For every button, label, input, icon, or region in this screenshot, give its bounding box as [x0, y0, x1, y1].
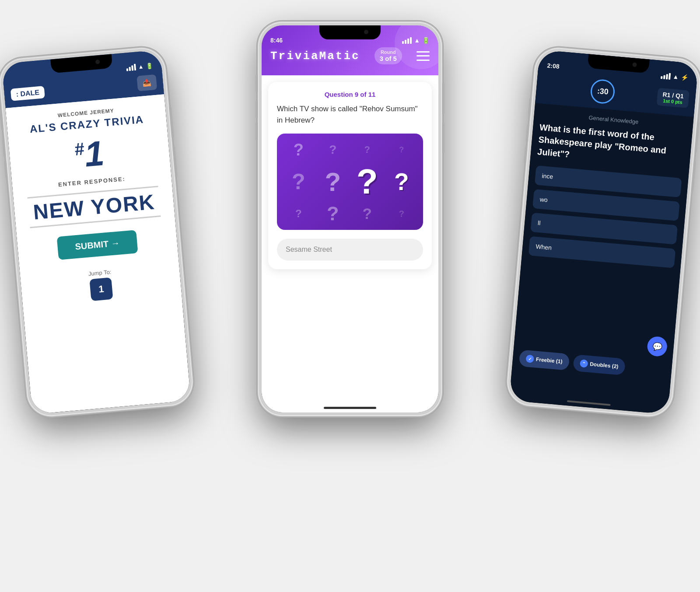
freebie-button[interactable]: ✓ Freebie (1) [519, 349, 570, 370]
freebie-check-icon: ✓ [525, 355, 534, 363]
signal-icon [126, 64, 136, 71]
answer-display: NEW YORK [28, 186, 161, 228]
right-status-icons: ▲ ⚡ [661, 72, 689, 81]
left-body: WELCOME JEREMY AL'S CRAZY TRIVIA #1 ENTE… [6, 94, 182, 316]
chat-button[interactable]: 💬 [647, 336, 668, 357]
header-tag: : DALE [10, 86, 45, 101]
center-signal-icon [402, 37, 412, 44]
question-number: Question 9 of 11 [277, 91, 423, 98]
left-phone: ▲ 🔋 : DALE 📤 WELCOME JEREMY AL'S CRAZY T… [0, 46, 195, 418]
timer-circle: :30 [590, 78, 616, 105]
round-info: R1 / Q1 1st 0 pts [656, 88, 689, 108]
center-screen: 8:46 ▲ 🔋 TriviaMatic Round 3 [262, 25, 438, 412]
wifi-icon: ▲ [138, 63, 144, 70]
right-spacer [543, 86, 548, 87]
right-home-indicator [567, 400, 611, 406]
chat-icon: 💬 [652, 341, 662, 352]
center-home-indicator [324, 407, 376, 409]
jump-to-label: Jump To: [88, 268, 112, 277]
rank-display: #1 [74, 136, 105, 173]
triviamatic-logo: TriviaMatic [270, 49, 360, 63]
jump-number[interactable]: 1 [89, 277, 113, 301]
question-card: Question 9 of 11 Which TV show is called… [268, 82, 432, 269]
center-phone: 8:46 ▲ 🔋 TriviaMatic Round 3 [258, 22, 442, 416]
center-status-icons: ▲ 🔋 [402, 37, 430, 44]
left-screen: ▲ 🔋 : DALE 📤 WELCOME JEREMY AL'S CRAZY T… [2, 50, 191, 415]
right-battery-icon: ⚡ [681, 74, 689, 81]
right-wifi-icon: ▲ [672, 73, 679, 80]
right-body: General Knowledge What is the first word… [521, 103, 694, 279]
right-question: What is the first word of the Shakespear… [537, 121, 686, 170]
center-time: 8:46 [270, 37, 283, 44]
trivia-title: AL'S CRAZY TRIVIA [29, 113, 144, 136]
battery-icon: 🔋 [146, 62, 153, 69]
round-badge: Round 3 of 5 [374, 47, 402, 64]
answer-input-display: Sesame Street [277, 239, 423, 261]
center-wifi-icon: ▲ [414, 37, 420, 44]
hamburger-icon[interactable] [416, 51, 430, 61]
question-image: ? ? ? ? ? ? ? ? ? ? ? ? [277, 134, 423, 230]
doubles-chevron-icon: ⌃ [580, 359, 588, 368]
right-time: 2:08 [547, 62, 560, 70]
enter-response-label: ENTER RESPONSE: [58, 176, 126, 188]
center-battery-icon: 🔋 [422, 37, 430, 44]
doubles-button[interactable]: ⌃ Doubles (2) [573, 354, 626, 375]
center-notch [319, 25, 381, 39]
question-text: Which TV show is called "Rehov Sumsum" i… [277, 103, 423, 126]
right-signal-icon [661, 72, 671, 80]
submit-button[interactable]: SUBMIT → [56, 230, 138, 260]
powerups-bar: ✓ Freebie (1) ⌃ Doubles (2) [519, 349, 666, 379]
left-status-icons: ▲ 🔋 [126, 62, 153, 71]
right-screen: 2:08 ▲ ⚡ :30 [509, 50, 699, 415]
right-phone: 2:08 ▲ ⚡ :30 [505, 46, 700, 418]
